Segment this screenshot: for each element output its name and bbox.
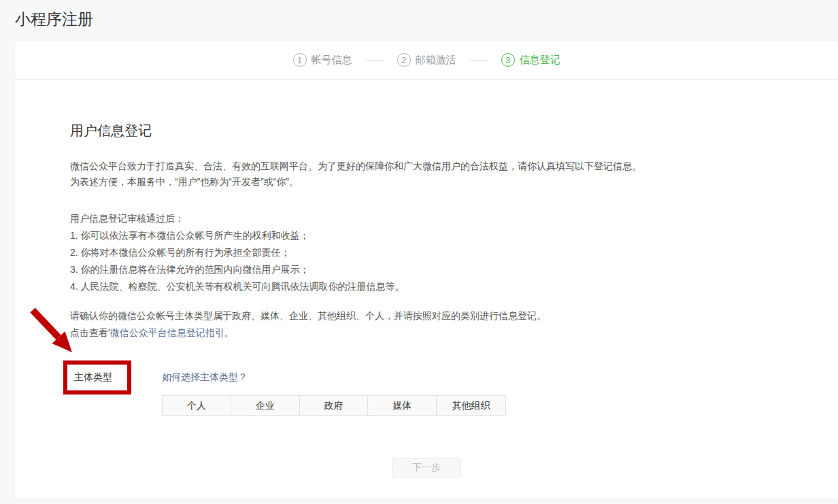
tab-personal[interactable]: 个人 [163, 396, 231, 415]
tab-media[interactable]: 媒体 [368, 396, 437, 415]
section-heading: 用户信息登记 [70, 80, 783, 140]
step-email-activation: 2 邮箱激活 [397, 53, 456, 67]
subject-type-field-col: 如何选择主体类型？ 个人 企业 政府 媒体 其他组织 [162, 360, 506, 416]
registration-content: 用户信息登记 微信公众平台致力于打造真实、合法、有效的互联网平台。为了更好的保障… [15, 80, 838, 499]
subject-type-tabs: 个人 企业 政府 媒体 其他组织 [162, 395, 506, 416]
page-title: 小程序注册 [0, 0, 838, 41]
guide-line: 点击查看'微信公众平台信息登记指引。 [70, 324, 783, 341]
button-row: 下一步 [70, 458, 783, 477]
step-connector [366, 60, 384, 61]
review-terms: 用户信息登记审核通过后： 1. 你可以依法享有本微信公众帐号所产生的权利和收益；… [70, 210, 783, 295]
intro-line-1: 微信公众平台致力于打造真实、合法、有效的互联网平台。为了更好的保障你和广大微信用… [70, 161, 641, 171]
subject-type-label-highlight: 主体类型 [63, 360, 131, 394]
intro-line-2: 为表述方便，本服务中，“用户”也称为“开发者”或“你”。 [70, 176, 299, 187]
step-label: 信息登记 [520, 54, 560, 67]
registration-card: 1 帐号信息 2 邮箱激活 3 信息登记 用户信息登记 微信公众平台致力于打造真… [15, 41, 838, 499]
step-indicator: 1 帐号信息 2 邮箱激活 3 信息登记 [15, 41, 838, 80]
confirm-paragraph: 请确认你的微信公众帐号主体类型属于政府、媒体、企业、其他组织、个人，并请按照对应… [70, 307, 783, 341]
how-to-choose-link[interactable]: 如何选择主体类型？ [162, 371, 248, 384]
step-label: 邮箱激活 [416, 54, 456, 67]
intro-paragraph: 微信公众平台致力于打造真实、合法、有效的互联网平台。为了更好的保障你和广大微信用… [70, 158, 783, 190]
step-info-registration: 3 信息登记 [501, 53, 560, 67]
step-account-info: 1 帐号信息 [293, 53, 352, 67]
step-number-circle: 2 [397, 53, 411, 67]
step-number-circle: 3 [501, 53, 515, 67]
subject-type-row: 主体类型 如何选择主体类型？ 个人 企业 政府 媒体 其他组织 [70, 360, 783, 416]
guide-suffix: 。 [224, 327, 234, 338]
review-title: 用户信息登记审核通过后： [70, 210, 783, 227]
subject-type-label-col: 主体类型 [70, 360, 162, 394]
step-number-circle: 1 [293, 53, 307, 67]
review-item: 3. 你的注册信息将在法律允许的范围内向微信用户展示； [70, 261, 783, 278]
review-item: 2. 你将对本微信公众帐号的所有行为承担全部责任； [70, 244, 783, 261]
registration-guide-link[interactable]: 微信公众平台信息登记指引 [110, 327, 224, 338]
tab-other-organization[interactable]: 其他组织 [437, 396, 505, 415]
review-item: 4. 人民法院、检察院、公安机关等有权机关可向腾讯依法调取你的注册信息等。 [70, 278, 783, 295]
tab-government[interactable]: 政府 [300, 396, 369, 415]
step-connector [470, 60, 488, 61]
review-item: 1. 你可以依法享有本微信公众帐号所产生的权利和收益； [70, 227, 783, 244]
confirm-line: 请确认你的微信公众帐号主体类型属于政府、媒体、企业、其他组织、个人，并请按照对应… [70, 307, 783, 324]
next-step-button[interactable]: 下一步 [392, 458, 461, 477]
guide-prefix: 点击查看' [70, 327, 110, 338]
subject-type-label: 主体类型 [74, 371, 112, 382]
tab-enterprise[interactable]: 企业 [231, 396, 300, 415]
step-label: 帐号信息 [312, 54, 352, 67]
